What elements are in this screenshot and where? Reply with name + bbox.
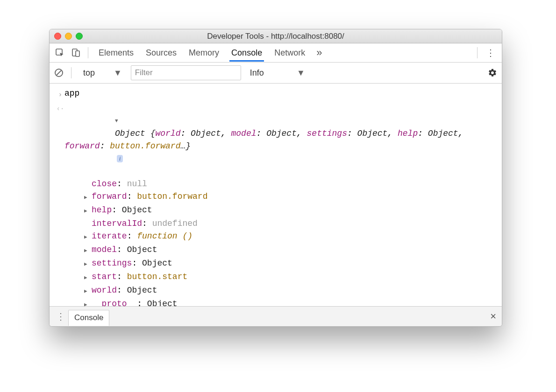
expand-toggle-icon[interactable]	[84, 230, 92, 244]
property-value: function ()	[137, 231, 192, 241]
window-titlebar: Developer Tools - http://localhost:8080/	[50, 29, 502, 43]
close-window-button[interactable]	[54, 33, 61, 40]
chevron-down-icon: ▼	[297, 68, 305, 78]
tab-network[interactable]: Network	[270, 44, 310, 61]
console-toolbar: top ▼ Info ▼	[50, 63, 502, 84]
property-key: forward	[92, 192, 127, 201]
more-tabs-icon[interactable]: »	[313, 47, 326, 59]
zoom-window-button[interactable]	[76, 33, 83, 40]
object-property-row[interactable]: settings: Object	[78, 257, 502, 271]
expand-toggle-icon[interactable]	[84, 271, 92, 284]
prompt-icon: ›	[56, 87, 64, 101]
separator	[477, 47, 478, 58]
tab-label: Elements	[99, 48, 134, 57]
context-value: top	[83, 68, 95, 78]
expand-toggle-icon[interactable]	[84, 190, 92, 204]
object-property-row[interactable]: help: Object	[78, 204, 502, 217]
property-value: null	[127, 179, 147, 189]
object-property-row[interactable]: forward: button.forward	[78, 190, 502, 204]
property-key: iterate	[92, 231, 127, 241]
chevron-down-icon: ▼	[114, 68, 122, 78]
separator	[88, 47, 88, 58]
drawer-menu-icon[interactable]: ⋮	[53, 311, 68, 322]
console-output: › app ‹· Object {world: Object, model: O…	[50, 84, 502, 306]
expand-toggle-icon[interactable]	[84, 298, 92, 306]
console-input-echo: › app	[50, 87, 502, 101]
separator	[71, 67, 71, 78]
log-level-selector[interactable]: Info ▼	[246, 66, 309, 80]
console-return[interactable]: ‹· Object {world: Object, model: Object,…	[50, 101, 502, 178]
loglevel-value: Info	[250, 68, 264, 78]
devtools-window: Developer Tools - http://localhost:8080/…	[49, 29, 502, 327]
expand-toggle-icon[interactable]	[84, 284, 92, 298]
drawer-tab-console[interactable]: Console	[68, 310, 109, 326]
context-selector[interactable]: top ▼	[79, 66, 126, 80]
tab-elements[interactable]: Elements	[94, 44, 138, 61]
clear-console-icon[interactable]	[54, 68, 64, 77]
property-value: button.start	[127, 272, 188, 281]
inspect-element-icon[interactable]	[53, 46, 66, 59]
drawer: ⋮ Console ×	[50, 306, 502, 326]
devtools-menu-icon[interactable]: ⋮	[483, 47, 498, 58]
tab-console[interactable]: Console	[227, 44, 267, 61]
filter-input[interactable]	[131, 65, 241, 80]
info-badge-icon[interactable]: i	[117, 155, 123, 162]
property-key: __proto__	[92, 299, 137, 306]
window-title: Developer Tools - http://localhost:8080/	[50, 32, 502, 41]
console-settings-icon[interactable]	[488, 68, 497, 77]
drawer-tab-label: Console	[74, 313, 103, 322]
property-value: Object	[142, 259, 172, 268]
expand-toggle-icon[interactable]	[84, 204, 92, 217]
property-key: settings	[92, 259, 132, 268]
property-key: world	[92, 286, 117, 295]
object-preview: Object {world: Object, model: Object, se…	[64, 101, 495, 178]
tab-sources[interactable]: Sources	[141, 44, 181, 61]
tab-label: Console	[231, 48, 262, 57]
tab-label: Network	[274, 48, 305, 57]
return-icon: ‹·	[56, 101, 64, 115]
minimize-window-button[interactable]	[65, 33, 72, 40]
device-toolbar-icon[interactable]	[69, 46, 82, 59]
close-drawer-icon[interactable]: ×	[488, 310, 498, 322]
object-property-row[interactable]: world: Object	[78, 284, 502, 298]
object-property-row[interactable]: iterate: function ()	[78, 230, 502, 244]
property-value: undefined	[152, 219, 198, 228]
property-value: Object	[147, 299, 178, 306]
expression-text: app	[64, 87, 495, 100]
property-key: model	[92, 245, 117, 254]
property-value: button.forward	[137, 192, 207, 201]
expand-toggle-icon[interactable]	[84, 257, 92, 271]
object-property-row[interactable]: model: Object	[78, 244, 502, 257]
expand-toggle-icon[interactable]	[115, 114, 122, 127]
property-key: close	[92, 179, 117, 189]
object-property-row[interactable]: close: null	[78, 178, 502, 190]
tab-label: Sources	[146, 48, 177, 57]
devtools-tabbar: Elements Sources Memory Console Network …	[50, 43, 502, 63]
property-value: Object	[127, 245, 157, 254]
tab-label: Memory	[189, 48, 219, 57]
object-property-row[interactable]: intervalId: undefined	[78, 217, 502, 230]
traffic-lights	[54, 33, 83, 40]
tab-memory[interactable]: Memory	[184, 44, 224, 61]
object-property-row[interactable]: __proto__: Object	[78, 298, 502, 306]
property-value: Object	[127, 286, 157, 295]
property-value: Object	[122, 205, 152, 215]
property-key: intervalId	[92, 219, 142, 228]
expand-toggle-icon[interactable]	[84, 244, 92, 257]
property-key: start	[92, 272, 117, 281]
object-property-row[interactable]: start: button.start	[78, 271, 502, 284]
svg-rect-2	[76, 51, 79, 56]
property-key: help	[92, 205, 112, 215]
